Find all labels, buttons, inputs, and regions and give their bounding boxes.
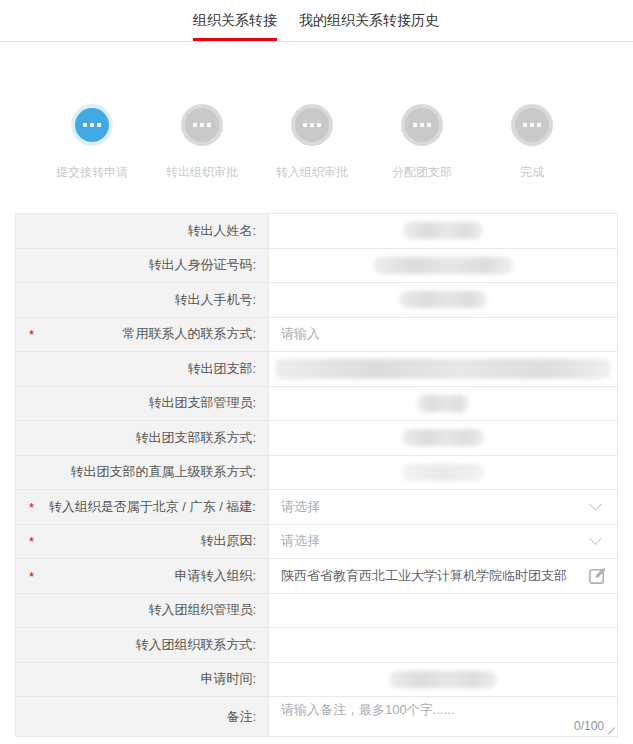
step-label: 转出组织审批 bbox=[166, 164, 238, 181]
step-complete: 完成 bbox=[477, 104, 587, 181]
row-apply-time: 申请时间: bbox=[16, 663, 617, 698]
redacted-value bbox=[399, 291, 487, 308]
contact-method-input[interactable]: 请输入 bbox=[269, 318, 617, 352]
redacted-value bbox=[417, 395, 469, 412]
select-placeholder: 请选择 bbox=[281, 532, 320, 550]
row-outgoing-branch-admin: 转出团支部管理员: bbox=[16, 387, 617, 422]
step-pending-icon bbox=[515, 108, 549, 142]
transfer-reason-select[interactable]: 请选择 bbox=[269, 525, 617, 559]
field-label: 转入团组织管理员: bbox=[148, 601, 256, 619]
field-label: 转出团支部管理员: bbox=[148, 394, 256, 412]
row-outgoing-branch-superior-contact: 转出团支部的直属上级联系方式: bbox=[16, 456, 617, 491]
step-label: 转入组织审批 bbox=[276, 164, 348, 181]
page: 组织关系转接 我的组织关系转接历史 提交接转申请 转出组织审批 转入组织审批 bbox=[0, 0, 633, 737]
step-label: 分配团支部 bbox=[392, 164, 452, 181]
required-asterisk: * bbox=[29, 327, 34, 342]
step-pending-icon bbox=[185, 108, 219, 142]
redacted-value bbox=[373, 257, 513, 274]
stepper: 提交接转申请 转出组织审批 转入组织审批 分配团支部 完成 bbox=[37, 104, 587, 181]
target-org-value: 陕西省省教育西北工业大学计算机学院临时团支部 bbox=[281, 567, 567, 585]
field-label: 备注: bbox=[226, 708, 256, 726]
step-pending-icon bbox=[405, 108, 439, 142]
tab-org-transfer[interactable]: 组织关系转接 bbox=[193, 0, 277, 41]
step-assign-branch: 分配团支部 bbox=[367, 104, 477, 181]
input-placeholder: 请输入 bbox=[281, 325, 320, 343]
step-outgoing-org-approval: 转出组织审批 bbox=[147, 104, 257, 181]
field-label: 转出原因: bbox=[200, 532, 256, 550]
redacted-value bbox=[275, 359, 611, 379]
row-transfer-name: 转出人姓名: bbox=[16, 214, 617, 249]
required-asterisk: * bbox=[29, 534, 34, 549]
row-outgoing-branch-contact: 转出团支部联系方式: bbox=[16, 421, 617, 456]
region-select[interactable]: 请选择 bbox=[269, 490, 617, 524]
row-incoming-org-admin: 转入团组织管理员: bbox=[16, 594, 617, 629]
edit-target-org-button[interactable] bbox=[586, 565, 608, 587]
row-id-number: 转出人身份证号码: bbox=[16, 249, 617, 284]
field-label: 转入组织是否属于北京 / 广东 / 福建: bbox=[49, 498, 256, 516]
edit-icon bbox=[588, 566, 607, 585]
step-label: 完成 bbox=[520, 164, 544, 181]
redacted-value bbox=[402, 464, 484, 481]
tab-bar: 组织关系转接 我的组织关系转接历史 bbox=[0, 0, 633, 42]
field-label: 转出团支部: bbox=[187, 360, 256, 378]
row-transfer-reason-select: * 转出原因: 请选择 bbox=[16, 525, 617, 560]
required-asterisk: * bbox=[29, 500, 34, 515]
field-label: 转出团支部的直属上级联系方式: bbox=[70, 463, 256, 481]
step-submit-application: 提交接转申请 bbox=[37, 104, 147, 181]
row-remarks: 备注: 请输入备注，最多100个字...... 0/100 bbox=[16, 697, 617, 737]
transfer-form: 转出人姓名: 转出人身份证号码: 转出人手机号: * bbox=[15, 213, 618, 737]
field-label: 转出团支部联系方式: bbox=[135, 429, 256, 447]
row-incoming-org-contact: 转入团组织联系方式: bbox=[16, 628, 617, 663]
field-label: 转入团组织联系方式: bbox=[135, 636, 256, 654]
step-incoming-org-approval: 转入组织审批 bbox=[257, 104, 367, 181]
redacted-value bbox=[402, 429, 484, 446]
row-contact-method: * 常用联系人的联系方式: 请输入 bbox=[16, 318, 617, 353]
chevron-down-icon bbox=[589, 498, 602, 511]
remarks-textarea[interactable]: 请输入备注，最多100个字...... 0/100 bbox=[269, 697, 617, 736]
field-label: 转出人手机号: bbox=[174, 291, 256, 309]
row-target-org: * 申请转入组织: 陕西省省教育西北工业大学计算机学院临时团支部 bbox=[16, 559, 617, 594]
row-outgoing-branch: 转出团支部: bbox=[16, 352, 617, 387]
field-label: 申请转入组织: bbox=[174, 567, 256, 585]
textarea-placeholder: 请输入备注，最多100个字...... bbox=[281, 702, 454, 717]
field-label: 申请时间: bbox=[200, 670, 256, 688]
field-label: 常用联系人的联系方式: bbox=[122, 325, 256, 343]
redacted-value bbox=[389, 671, 497, 688]
redacted-value bbox=[403, 222, 483, 239]
select-placeholder: 请选择 bbox=[281, 498, 320, 516]
step-active-icon bbox=[75, 108, 109, 142]
char-counter: 0/100 bbox=[574, 719, 604, 733]
row-phone-number: 转出人手机号: bbox=[16, 283, 617, 318]
chevron-down-icon bbox=[589, 532, 602, 545]
step-label: 提交接转申请 bbox=[56, 164, 128, 181]
row-region-select: * 转入组织是否属于北京 / 广东 / 福建: 请选择 bbox=[16, 490, 617, 525]
required-asterisk: * bbox=[29, 569, 34, 584]
step-pending-icon bbox=[295, 108, 329, 142]
field-label: 转出人姓名: bbox=[187, 222, 256, 240]
field-label: 转出人身份证号码: bbox=[148, 256, 256, 274]
resize-handle[interactable] bbox=[605, 724, 615, 734]
tab-transfer-history[interactable]: 我的组织关系转接历史 bbox=[299, 0, 439, 41]
